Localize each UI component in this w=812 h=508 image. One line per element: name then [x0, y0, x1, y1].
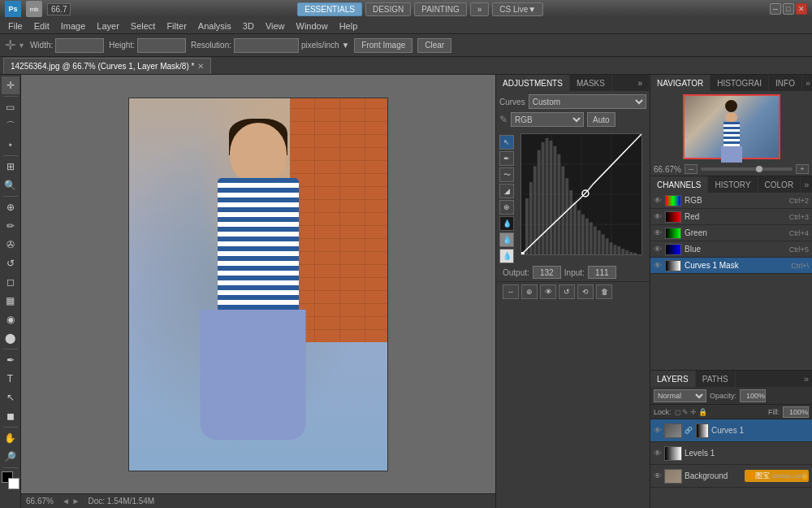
tab-more[interactable]: »: [470, 2, 490, 16]
menu-file[interactable]: File: [3, 20, 28, 33]
menu-layer[interactable]: Layer: [92, 20, 124, 33]
tab-design[interactable]: DESIGN: [365, 2, 411, 16]
menu-3d[interactable]: 3D: [238, 20, 259, 33]
layer-eye-background[interactable]: 👁: [654, 471, 662, 480]
blend-mode-select[interactable]: Normal: [654, 389, 706, 402]
zoom-out-button[interactable]: ─: [685, 164, 698, 174]
zoom-slider[interactable]: [701, 167, 793, 171]
channel-eye-mask[interactable]: 👁: [654, 261, 662, 270]
width-input[interactable]: [55, 38, 104, 53]
tab-layers[interactable]: LAYERS: [650, 371, 696, 387]
tool-blur[interactable]: ◉: [2, 310, 19, 328]
tool-marquee[interactable]: ▭: [2, 98, 19, 116]
zoom-in-button[interactable]: +: [796, 164, 809, 174]
curve-eyedropper-icon[interactable]: ✎: [499, 114, 508, 125]
channel-row-green[interactable]: 👁 Green Ctrl+4: [650, 225, 812, 241]
tab-essentials[interactable]: ESSENTIALS: [297, 2, 362, 16]
tool-path-select[interactable]: ↖: [2, 389, 19, 406]
fg-bg-colors[interactable]: [2, 471, 19, 489]
curves-tool-eyedropper-gray[interactable]: 💧: [499, 232, 514, 247]
opacity-input[interactable]: [740, 389, 766, 402]
channels-more[interactable]: »: [801, 180, 812, 189]
tool-zoom[interactable]: 🔎: [2, 448, 19, 466]
tool-eyedropper[interactable]: 🔍: [2, 176, 19, 194]
tool-wand[interactable]: ⋆: [2, 136, 19, 154]
lock-position-icon[interactable]: ✛: [690, 408, 697, 416]
tab-channels[interactable]: CHANNELS: [650, 176, 708, 193]
tool-move[interactable]: ✛: [2, 76, 19, 94]
layer-eye-levels1[interactable]: 👁: [654, 449, 662, 458]
channel-row-rgb[interactable]: 👁 RGB Ctrl+2: [650, 193, 812, 209]
menu-select[interactable]: Select: [126, 20, 161, 33]
curves-btn-mask[interactable]: ↺: [559, 284, 575, 299]
clear-button[interactable]: Clear: [417, 38, 451, 53]
curves-btn-swap[interactable]: ↔: [503, 284, 519, 299]
tool-gradient[interactable]: ▦: [2, 292, 19, 310]
front-image-button[interactable]: Front Image: [354, 38, 412, 53]
channel-select[interactable]: RGB: [511, 112, 584, 127]
canvas-container[interactable]: [21, 75, 495, 493]
document-tab-close[interactable]: ✕: [197, 62, 204, 71]
tool-pen[interactable]: ✒: [2, 351, 19, 369]
output-value-input[interactable]: [533, 266, 561, 279]
resolution-input[interactable]: [234, 38, 299, 53]
background-color[interactable]: [8, 478, 19, 489]
tool-hand[interactable]: ✋: [2, 429, 19, 447]
maximize-button[interactable]: □: [783, 3, 794, 15]
menu-filter[interactable]: Filter: [162, 20, 191, 33]
input-value-input[interactable]: [588, 266, 616, 279]
layers-more[interactable]: »: [801, 374, 812, 384]
tool-brush[interactable]: ✏: [2, 217, 19, 235]
channel-eye-green[interactable]: 👁: [654, 228, 662, 237]
curves-tool-pointer[interactable]: ↖: [499, 135, 514, 150]
curves-btn-delete[interactable]: 🗑: [596, 284, 612, 299]
tab-color[interactable]: COLOR: [758, 176, 801, 193]
navigator-more[interactable]: »: [802, 78, 812, 88]
tab-paths[interactable]: PATHS: [696, 371, 736, 387]
curves-tool-pen[interactable]: ✒: [499, 151, 514, 166]
fill-input[interactable]: [783, 406, 809, 418]
height-input[interactable]: [137, 38, 186, 53]
curves-btn-visibility[interactable]: 👁: [540, 284, 556, 299]
channel-eye-blue[interactable]: 👁: [654, 245, 662, 254]
tool-lasso[interactable]: ⌒: [2, 117, 19, 135]
curves-btn-sample[interactable]: ⊕: [521, 284, 538, 299]
tool-arrow[interactable]: ▼: [18, 41, 25, 50]
curves-tool-corner[interactable]: ◢: [499, 184, 514, 198]
menu-window[interactable]: Window: [292, 20, 333, 33]
curves-btn-reset[interactable]: ⟲: [577, 284, 594, 299]
preset-select[interactable]: Custom: [529, 94, 646, 109]
tool-eraser[interactable]: ◻: [2, 273, 19, 291]
tool-icon[interactable]: ✛: [5, 37, 15, 53]
status-nav[interactable]: ◄ ►: [62, 497, 80, 506]
curves-graph[interactable]: [520, 133, 642, 255]
minimize-button[interactable]: ─: [770, 3, 781, 15]
tool-crop[interactable]: ⊞: [2, 158, 19, 176]
tab-adjustments[interactable]: ADJUSTMENTS: [496, 75, 570, 91]
tool-clone[interactable]: ✇: [2, 236, 19, 254]
lock-transparent-icon[interactable]: ◻: [675, 408, 680, 416]
channel-eye-rgb[interactable]: 👁: [654, 196, 662, 205]
tool-history-brush[interactable]: ↺: [2, 254, 19, 272]
menu-view[interactable]: View: [261, 20, 290, 33]
layer-row-curves1[interactable]: 👁 🔗 Curves 1: [650, 419, 812, 442]
menu-image[interactable]: Image: [56, 20, 91, 33]
tool-shape[interactable]: ◼: [2, 407, 19, 425]
menu-analysis[interactable]: Analysis: [193, 20, 236, 33]
close-button[interactable]: ✕: [796, 3, 807, 15]
channel-row-curves-mask[interactable]: 👁 Curves 1 Mask Ctrl+\: [650, 258, 812, 274]
adjustments-more[interactable]: »: [631, 75, 650, 91]
channel-eye-red[interactable]: 👁: [654, 212, 662, 221]
tab-painting[interactable]: PAINTING: [414, 2, 466, 16]
layer-row-levels1[interactable]: 👁 Levels 1: [650, 442, 812, 465]
lock-image-icon[interactable]: ✎: [682, 408, 689, 416]
channel-row-red[interactable]: 👁 Red Ctrl+3: [650, 209, 812, 225]
tab-history[interactable]: HISTORY: [708, 176, 758, 193]
curves-tool-sample-all[interactable]: ⊕: [499, 200, 514, 215]
cs-live-btn[interactable]: CS Live▼: [492, 2, 543, 16]
layer-eye-curves1[interactable]: 👁: [654, 426, 662, 435]
menu-edit[interactable]: Edit: [29, 20, 54, 33]
auto-button[interactable]: Auto: [587, 112, 615, 127]
document-tab[interactable]: 14256364.jpg @ 66.7% (Curves 1, Layer Ma…: [3, 58, 211, 74]
tab-info[interactable]: INFO: [769, 75, 802, 91]
